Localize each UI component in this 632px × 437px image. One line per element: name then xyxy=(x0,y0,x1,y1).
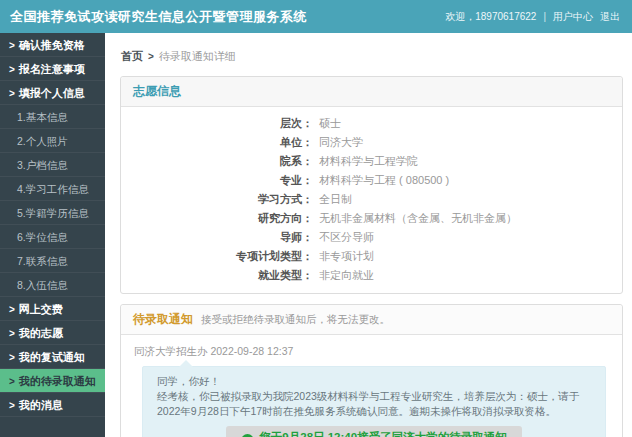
field-value: 全日制 xyxy=(319,190,352,209)
field-value: 不区分导师 xyxy=(319,228,374,247)
field-row-level: 层次：硕士 xyxy=(121,114,622,133)
chevron-icon: > xyxy=(9,376,15,387)
sidebar-item-student-status-education-info[interactable]: 5.学籍学历信息 xyxy=(0,201,105,225)
chevron-icon: > xyxy=(9,64,15,75)
field-row-research-direction: 研究方向：无机非金属材料（含金属、无机非金属） xyxy=(121,209,622,228)
field-label: 专业： xyxy=(121,171,313,190)
notice-sender-timestamp: 同济大学招生办 2022-09-28 12:37 xyxy=(134,345,610,359)
notice-panel-body: 同济大学招生办 2022-09-28 12:37 同学，你好！ 经考核，你已被拟… xyxy=(121,335,622,437)
breadcrumb-separator-icon: > xyxy=(148,51,154,62)
field-row-department: 院系：材料科学与工程学院 xyxy=(121,152,622,171)
field-value: 材料科学与工程 ( 080500 ) xyxy=(319,171,449,190)
sidebar-item-confirm-qualification[interactable]: >确认推免资格 xyxy=(0,33,105,57)
field-value: 硕士 xyxy=(319,114,341,133)
field-label: 院系： xyxy=(121,152,313,171)
accepted-status-badge: ✓您于9月28日 12:40接受了同济大学的待录取通知 xyxy=(226,426,521,437)
chevron-icon: > xyxy=(9,352,15,363)
field-label: 单位： xyxy=(121,133,313,152)
notice-message-greeting: 同学，你好！ xyxy=(157,374,591,389)
sidebar-item-my-retest-notice[interactable]: >我的复试通知 xyxy=(0,345,105,369)
notice-message-body: 经考核，你已被拟录取为我院2023级材料科学与工程专业研究生，培养层次为：硕士，… xyxy=(157,389,591,419)
field-value: 非专项计划 xyxy=(319,247,374,266)
field-value: 非定向就业 xyxy=(319,266,374,285)
check-icon: ✓ xyxy=(241,434,254,437)
chevron-icon: > xyxy=(9,400,15,411)
sidebar-item-my-volunteer[interactable]: >我的志愿 xyxy=(0,321,105,345)
field-value: 同济大学 xyxy=(319,133,363,152)
field-label: 层次： xyxy=(121,114,313,133)
field-row-special-plan-type: 专项计划类型：非专项计划 xyxy=(121,247,622,266)
breadcrumb-home-link[interactable]: 首页 xyxy=(121,50,143,62)
sidebar-item-my-messages[interactable]: >我的消息 xyxy=(0,393,105,417)
app-header: 全国推荐免试攻读研究生信息公开暨管理服务系统 欢迎，18970617622 | … xyxy=(0,0,632,33)
field-row-employment-type: 就业类型：非定向就业 xyxy=(121,266,622,285)
notice-panel-header: 待录取通知接受或拒绝待录取通知后，将无法更改。 xyxy=(121,305,622,335)
field-row-study-mode: 学习方式：全日制 xyxy=(121,190,622,209)
sidebar-item-basic-info[interactable]: 1.基本信息 xyxy=(0,105,105,129)
logout-link[interactable]: 退出 xyxy=(600,10,620,24)
sidebar-item-fill-personal-info[interactable]: >填报个人信息 xyxy=(0,81,105,105)
sidebar-item-contact-info[interactable]: 7.联系信息 xyxy=(0,249,105,273)
sidebar-item-study-work-info[interactable]: 4.学习工作信息 xyxy=(0,177,105,201)
header-separator: | xyxy=(543,11,546,22)
welcome-text: 欢迎，18970617622 xyxy=(445,10,536,24)
header-user-area: 欢迎，18970617622 | 用户中心 退出 xyxy=(445,10,620,24)
field-value: 无机非金属材料（含金属、无机非金属） xyxy=(319,209,517,228)
field-row-university: 单位：同济大学 xyxy=(121,133,622,152)
chevron-icon: > xyxy=(9,328,15,339)
sidebar-item-household-archive-info[interactable]: 3.户档信息 xyxy=(0,153,105,177)
volunteer-info-panel: 志愿信息 层次：硕士 单位：同济大学 院系：材料科学与工程学院 专业：材料科学与… xyxy=(120,76,623,294)
volunteer-panel-header: 志愿信息 xyxy=(121,77,622,107)
breadcrumb: 首页>待录取通知详细 xyxy=(121,49,623,64)
notice-panel-title: 待录取通知 xyxy=(133,312,193,326)
volunteer-panel-title: 志愿信息 xyxy=(133,84,181,98)
chevron-icon: > xyxy=(9,304,15,315)
sidebar-item-online-payment[interactable]: >网上交费 xyxy=(0,297,105,321)
sidebar-item-my-admission-notice[interactable]: >我的待录取通知 xyxy=(0,369,105,393)
breadcrumb-current: 待录取通知详细 xyxy=(159,50,236,62)
app-title: 全国推荐免试攻读研究生信息公开暨管理服务系统 xyxy=(10,8,307,26)
notice-hint: 接受或拒绝待录取通知后，将无法更改。 xyxy=(201,313,390,325)
sidebar-item-enlistment-info[interactable]: 8.入伍信息 xyxy=(0,273,105,297)
field-row-supervisor: 导师：不区分导师 xyxy=(121,228,622,247)
admission-notice-panel: 待录取通知接受或拒绝待录取通知后，将无法更改。 同济大学招生办 2022-09-… xyxy=(120,304,623,437)
chevron-icon: > xyxy=(9,40,15,51)
main-content: 首页>待录取通知详细 志愿信息 层次：硕士 单位：同济大学 院系：材料科学与工程… xyxy=(105,33,632,437)
sidebar: >确认推免资格 >报名注意事项 >填报个人信息 1.基本信息 2.个人照片 3.… xyxy=(0,33,105,437)
notice-message-bubble: 同学，你好！ 经考核，你已被拟录取为我院2023级材料科学与工程专业研究生，培养… xyxy=(142,366,606,437)
sidebar-item-degree-info[interactable]: 6.学位信息 xyxy=(0,225,105,249)
field-value: 材料科学与工程学院 xyxy=(319,152,418,171)
field-label: 学习方式： xyxy=(121,190,313,209)
accepted-status-text: 您于9月28日 12:40接受了同济大学的待录取通知 xyxy=(259,431,506,437)
field-label: 研究方向： xyxy=(121,209,313,228)
sidebar-item-signup-notes[interactable]: >报名注意事项 xyxy=(0,57,105,81)
field-row-major: 专业：材料科学与工程 ( 080500 ) xyxy=(121,171,622,190)
chevron-icon: > xyxy=(9,88,15,99)
bubble-tail xyxy=(179,360,193,367)
field-label: 专项计划类型： xyxy=(121,247,313,266)
user-center-link[interactable]: 用户中心 xyxy=(553,10,593,24)
field-label: 就业类型： xyxy=(121,266,313,285)
sidebar-item-personal-photo[interactable]: 2.个人照片 xyxy=(0,129,105,153)
field-label: 导师： xyxy=(121,228,313,247)
volunteer-panel-body: 层次：硕士 单位：同济大学 院系：材料科学与工程学院 专业：材料科学与工程 ( … xyxy=(121,107,622,293)
